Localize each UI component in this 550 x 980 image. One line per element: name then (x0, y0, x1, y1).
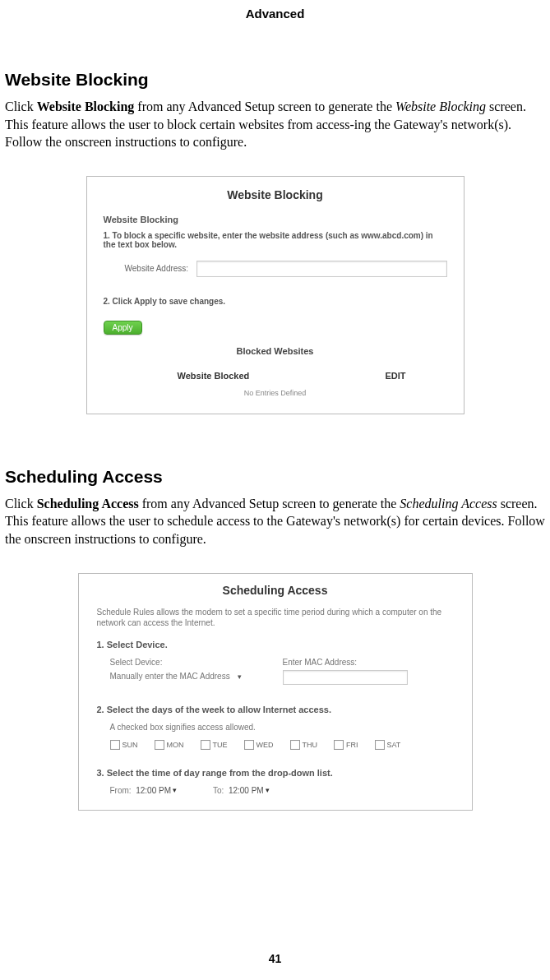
section-title-website-blocking: Website Blocking (5, 70, 545, 90)
step2-text: 2. Click Apply to save changes. (104, 297, 447, 306)
col-website-blocked: Website Blocked (178, 371, 250, 381)
panel-title: Scheduling Access (97, 584, 454, 597)
day-thu[interactable]: THU (290, 740, 318, 750)
col-edit: EDIT (385, 371, 405, 381)
day-label: TUE (213, 741, 228, 749)
blocked-websites-title: Blocked Websites (104, 346, 447, 356)
panel-subtitle: Website Blocking (104, 215, 447, 224)
day-label: SUN (122, 741, 138, 749)
checkbox-icon[interactable] (201, 740, 210, 750)
day-label: THU (303, 741, 318, 749)
day-tue[interactable]: TUE (201, 740, 228, 750)
checkbox-icon[interactable] (110, 740, 120, 750)
to-time-dropdown[interactable]: 12:00 PM (229, 786, 270, 795)
screenshot-website-blocking: Website Blocking Website Blocking 1. To … (86, 176, 464, 414)
step3-text: 3. Select the time of day range from the… (97, 768, 454, 778)
step1-text: 1. Select Device. (97, 640, 454, 649)
website-address-input[interactable] (196, 261, 446, 277)
day-label: SAT (387, 741, 401, 749)
day-label: MON (167, 741, 184, 749)
blocked-websites-header: Website Blocked EDIT (104, 371, 447, 386)
apply-button[interactable]: Apply (104, 321, 142, 335)
checkbox-icon[interactable] (334, 740, 344, 750)
checkbox-icon[interactable] (375, 740, 385, 750)
day-label: WED (257, 741, 274, 749)
text: from any Advanced Setup screen to genera… (134, 99, 395, 113)
to-group: To: 12:00 PM (213, 786, 270, 795)
screen-name-scheduling-access: Scheduling Access (400, 497, 497, 511)
website-address-label: Website Address: (125, 264, 189, 273)
no-entries-text: No Entries Defined (104, 389, 447, 397)
panel-title: Website Blocking (104, 188, 447, 201)
step2-text: 2. Select the days of the week to allow … (97, 705, 454, 714)
link-text-scheduling-access: Scheduling Access (37, 497, 139, 511)
link-text-website-blocking: Website Blocking (37, 99, 135, 113)
checked-box-note: A checked box signifies access allowed. (110, 723, 454, 732)
section-title-scheduling-access: Scheduling Access (5, 467, 545, 487)
select-device-dropdown[interactable]: Manually enter the MAC Address (110, 670, 242, 683)
mac-address-input[interactable] (283, 670, 408, 685)
day-mon[interactable]: MON (155, 740, 184, 750)
screenshot-scheduling-access: Scheduling Access Schedule Rules allows … (78, 573, 473, 811)
day-fri[interactable]: FRI (334, 740, 358, 750)
day-sat[interactable]: SAT (375, 740, 401, 750)
step1-text: 1. To block a specific website, enter th… (104, 231, 447, 249)
chapter-title: Advanced (5, 7, 545, 21)
panel-description: Schedule Rules allows the modem to set a… (97, 607, 454, 628)
day-sun[interactable]: SUN (110, 740, 138, 750)
text: Click (5, 497, 37, 511)
text: Click (5, 99, 37, 113)
page-number: 41 (0, 952, 550, 965)
section1-intro: Click Website Blocking from any Advanced… (5, 98, 545, 151)
from-label: From: (110, 786, 132, 795)
select-device-label: Select Device: (110, 658, 242, 667)
checkbox-icon[interactable] (290, 740, 300, 750)
from-time-dropdown[interactable]: 12:00 PM (136, 786, 177, 795)
days-row: SUN MON TUE WED THU FRI SAT (110, 740, 454, 750)
day-label: FRI (346, 741, 358, 749)
checkbox-icon[interactable] (155, 740, 164, 750)
checkbox-icon[interactable] (244, 740, 254, 750)
from-group: From: 12:00 PM (110, 786, 177, 795)
to-label: To: (213, 786, 224, 795)
text: from any Advanced Setup screen to genera… (139, 497, 400, 511)
mac-address-label: Enter MAC Address: (283, 658, 408, 667)
section2-intro: Click Scheduling Access from any Advance… (5, 495, 545, 548)
screen-name-website-blocking: Website Blocking (395, 99, 486, 113)
day-wed[interactable]: WED (244, 740, 274, 750)
